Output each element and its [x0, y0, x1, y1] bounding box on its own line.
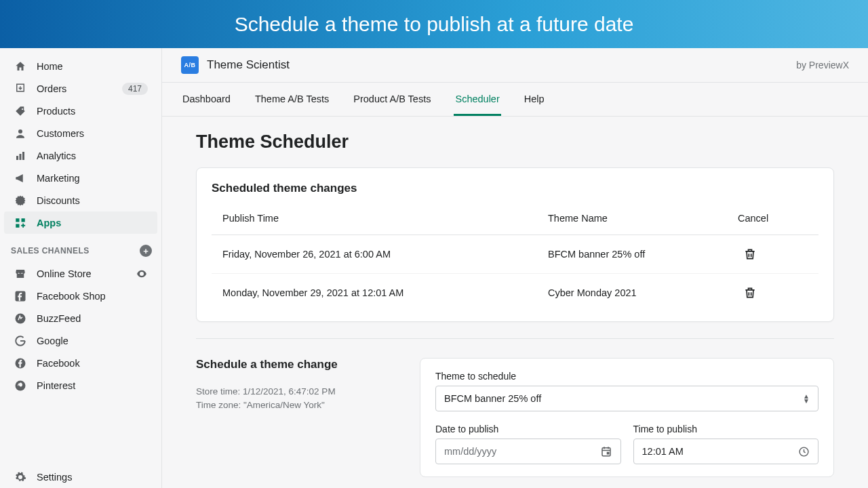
analytics-icon: [14, 150, 27, 162]
tab-help[interactable]: Help: [523, 83, 546, 116]
section-divider: [196, 338, 834, 339]
channel-label: Online Store: [37, 268, 92, 279]
store-time: Store time: 1/12/2021, 6:47:02 PM: [196, 385, 399, 399]
svg-rect-5: [16, 218, 19, 222]
facebook-square-icon: [14, 290, 27, 302]
svg-point-1: [18, 129, 22, 134]
app-author: by PreviewX: [796, 60, 849, 70]
tab-theme-ab-tests[interactable]: Theme A/B Tests: [254, 83, 330, 116]
trash-icon[interactable]: [743, 247, 757, 261]
app-header: A/B Theme Scientist by PreviewX: [162, 48, 868, 83]
tag-icon: [14, 105, 27, 117]
date-input-label: Date to publish: [435, 424, 621, 434]
sidebar-item-home[interactable]: Home: [4, 55, 157, 77]
tab-scheduler[interactable]: Scheduler: [454, 83, 500, 116]
channel-label: Facebook: [37, 358, 80, 369]
sidebar-item-orders[interactable]: Orders 417: [4, 77, 157, 100]
channel-online-store[interactable]: Online Store: [4, 262, 157, 285]
theme-select-value: BFCM banner 25% off: [444, 393, 541, 404]
add-channel-button[interactable]: +: [140, 245, 152, 257]
orders-icon: [14, 83, 27, 95]
sidebar-item-apps[interactable]: Apps: [4, 211, 157, 234]
theme-select[interactable]: BFCM banner 25% off ▲▼: [435, 386, 818, 411]
trash-icon[interactable]: [743, 286, 757, 300]
home-icon: [14, 60, 27, 73]
sidebar-item-analytics[interactable]: Analytics: [4, 144, 157, 167]
eye-icon[interactable]: [136, 268, 148, 280]
clock-icon[interactable]: [798, 446, 810, 458]
promo-banner: Schedule a theme to publish at a future …: [0, 0, 868, 48]
header-cancel: Cancel: [738, 213, 808, 224]
channel-buzzfeed[interactable]: BuzzFeed: [4, 307, 157, 329]
channel-facebook-shop[interactable]: Facebook Shop: [4, 285, 157, 307]
sidebar-item-label: Home: [37, 61, 63, 72]
table-header: Publish Time Theme Name Cancel: [212, 210, 818, 235]
schedule-info: Schedule a theme change Store time: 1/12…: [196, 358, 399, 477]
cell-publish-time: Friday, November 26, 2021 at 6:00 AM: [222, 249, 548, 260]
time-input-label: Time to publish: [633, 424, 819, 434]
buzzfeed-icon: [14, 312, 27, 325]
section-title: Schedule a theme change: [196, 358, 399, 371]
svg-point-0: [22, 108, 23, 109]
main-content: A/B Theme Scientist by PreviewX Dashboar…: [162, 48, 868, 488]
megaphone-icon: [14, 172, 27, 184]
orders-badge: 417: [122, 83, 148, 95]
svg-rect-6: [22, 218, 25, 222]
channel-google[interactable]: Google: [4, 329, 157, 352]
header-publish-time: Publish Time: [222, 213, 548, 224]
calendar-icon[interactable]: [600, 445, 612, 458]
sidebar-item-label: Apps: [37, 218, 61, 228]
discount-icon: [14, 195, 27, 207]
theme-select-label: Theme to schedule: [435, 371, 818, 382]
card-title: Scheduled theme changes: [212, 182, 818, 195]
schedule-form-card: Theme to schedule BFCM banner 25% off ▲▼…: [420, 358, 834, 477]
channel-label: Pinterest: [37, 380, 75, 391]
tab-product-ab-tests[interactable]: Product A/B Tests: [352, 83, 432, 116]
time-input[interactable]: 12:01 AM: [633, 439, 819, 464]
store-icon: [14, 268, 27, 280]
channel-facebook[interactable]: Facebook: [4, 352, 157, 374]
table-row: Friday, November 26, 2021 at 6:00 AM BFC…: [212, 235, 818, 274]
sidebar-item-label: Discounts: [37, 195, 80, 206]
svg-rect-7: [16, 224, 19, 227]
scheduled-changes-card: Scheduled theme changes Publish Time The…: [196, 167, 834, 322]
google-icon: [14, 335, 27, 347]
channel-label: Google: [37, 336, 68, 346]
app-name: Theme Scientist: [207, 58, 290, 72]
cell-theme-name: BFCM banner 25% off: [548, 249, 738, 260]
sidebar-item-settings[interactable]: Settings: [4, 466, 157, 488]
date-placeholder: mm/dd/yyyy: [444, 446, 496, 457]
date-input[interactable]: mm/dd/yyyy: [435, 439, 621, 464]
cell-theme-name: Cyber Monday 2021: [548, 287, 738, 298]
time-zone: Time zone: "America/New York": [196, 399, 399, 412]
gear-icon: [14, 471, 27, 483]
facebook-circle-icon: [14, 357, 27, 369]
app-tabs: Dashboard Theme A/B Tests Product A/B Te…: [162, 83, 868, 117]
banner-text: Schedule a theme to publish at a future …: [235, 13, 634, 36]
header-theme-name: Theme Name: [548, 213, 738, 224]
settings-label: Settings: [37, 472, 72, 483]
time-value: 12:01 AM: [642, 446, 684, 457]
sidebar-item-marketing[interactable]: Marketing: [4, 167, 157, 189]
sidebar-item-customers[interactable]: Customers: [4, 122, 157, 144]
channel-label: Facebook Shop: [37, 291, 106, 302]
sidebar-item-products[interactable]: Products: [4, 100, 157, 122]
channel-pinterest[interactable]: Pinterest: [4, 374, 157, 396]
pinterest-icon: [14, 380, 27, 392]
sidebar-item-discounts[interactable]: Discounts: [4, 189, 157, 211]
page-title: Theme Scheduler: [196, 131, 834, 152]
svg-rect-2: [16, 156, 18, 160]
channel-label: BuzzFeed: [37, 313, 81, 324]
tab-dashboard[interactable]: Dashboard: [181, 83, 232, 116]
sidebar: Home Orders 417 Products Customers: [0, 48, 162, 488]
apps-icon: [14, 217, 27, 229]
sales-channels-label: SALES CHANNELS: [11, 246, 90, 256]
sales-channels-header: SALES CHANNELS +: [0, 234, 161, 262]
sidebar-item-label: Marketing: [37, 173, 80, 184]
user-icon: [14, 127, 27, 140]
table-row: Monday, November 29, 2021 at 12:01 AM Cy…: [212, 274, 818, 312]
sidebar-item-label: Orders: [37, 83, 66, 94]
app-logo-icon: A/B: [181, 56, 199, 74]
sidebar-item-label: Analytics: [37, 150, 76, 161]
sidebar-item-label: Customers: [37, 128, 84, 139]
